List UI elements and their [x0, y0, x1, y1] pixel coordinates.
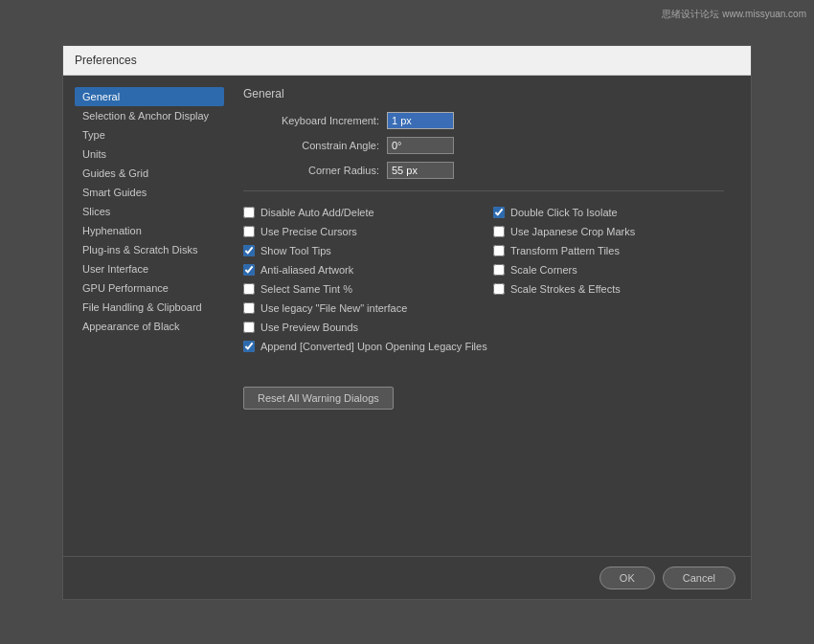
- checkbox-row-right-4: Scale Strokes & Effects: [493, 283, 724, 295]
- checkbox-label-right-4: Scale Strokes & Effects: [510, 283, 621, 295]
- checkbox-left-1[interactable]: [243, 226, 255, 237]
- checkbox-label-left-5: Use legacy "File New" interface: [260, 302, 407, 314]
- sidebar: GeneralSelection & Anchor DisplayTypeUni…: [75, 87, 228, 544]
- dialog-title: Preferences: [75, 54, 137, 67]
- sidebar-item-user-interface[interactable]: User Interface: [75, 259, 224, 278]
- checkbox-row-left-3: Anti-aliased Artwork: [243, 264, 474, 276]
- checkbox-row-right-1: Use Japanese Crop Marks: [493, 226, 724, 237]
- sidebar-item-selection--anchor-display[interactable]: Selection & Anchor Display: [75, 106, 224, 125]
- reset-all-warnings-button[interactable]: Reset All Warning Dialogs: [243, 387, 394, 410]
- keyboard-increment-label: Keyboard Increment:: [243, 115, 387, 126]
- checkbox-label-left-4: Select Same Tint %: [260, 283, 352, 295]
- sidebar-item-gpu-performance[interactable]: GPU Performance: [75, 278, 224, 298]
- checkbox-row-right-0: Double Click To Isolate: [493, 207, 724, 218]
- corner-radius-label: Corner Radius:: [243, 165, 387, 176]
- checkbox-row-left-2: Show Tool Tips: [243, 245, 474, 256]
- checkbox-label-right-1: Use Japanese Crop Marks: [510, 226, 635, 237]
- constrain-angle-row: Constrain Angle:: [243, 137, 724, 154]
- checkbox-row-left-4: Select Same Tint %: [243, 283, 474, 295]
- checkbox-label-left-6: Use Preview Bounds: [260, 322, 358, 333]
- watermark: 思绪设计论坛 www.missyuan.com: [662, 8, 806, 21]
- sidebar-item-guides--grid[interactable]: Guides & Grid: [75, 164, 224, 183]
- checkbox-label-right-3: Scale Corners: [510, 264, 577, 276]
- dialog-footer: OK Cancel: [63, 556, 751, 599]
- checkbox-label-left-3: Anti-aliased Artwork: [260, 264, 353, 276]
- corner-radius-input[interactable]: [387, 162, 454, 179]
- keyboard-increment-input[interactable]: [387, 112, 454, 129]
- checkbox-row-left-6: Use Preview Bounds: [243, 322, 474, 333]
- sidebar-item-file-handling--clipboard[interactable]: File Handling & Clipboard: [75, 298, 224, 317]
- checkbox-right-1[interactable]: [493, 226, 505, 237]
- checkbox-right-3[interactable]: [493, 264, 505, 276]
- checkbox-row-right-2: Transform Pattern Tiles: [493, 245, 724, 256]
- sidebar-item-type[interactable]: Type: [75, 125, 224, 144]
- checkbox-left-5[interactable]: [243, 302, 255, 314]
- checkbox-right-0[interactable]: [493, 207, 505, 218]
- checkbox-label-left-0: Disable Auto Add/Delete: [260, 207, 374, 218]
- sidebar-item-plug-ins--scratch-disks[interactable]: Plug-ins & Scratch Disks: [75, 240, 224, 259]
- sidebar-item-hyphenation[interactable]: Hyphenation: [75, 221, 224, 240]
- sidebar-item-slices[interactable]: Slices: [75, 202, 224, 221]
- checkbox-col-right: Double Click To IsolateUse Japanese Crop…: [493, 207, 724, 333]
- checkbox-row-right-3: Scale Corners: [493, 264, 724, 276]
- dialog-body: GeneralSelection & Anchor DisplayTypeUni…: [63, 76, 751, 556]
- checkbox-label-left-2: Show Tool Tips: [260, 245, 331, 256]
- dialog-title-bar: Preferences: [63, 46, 751, 76]
- checkbox-right-4[interactable]: [493, 283, 505, 295]
- sidebar-item-smart-guides[interactable]: Smart Guides: [75, 183, 224, 202]
- constrain-angle-input[interactable]: [387, 137, 454, 154]
- content-area: General Keyboard Increment: Constrain An…: [228, 87, 739, 544]
- append-checkbox-label: Append [Converted] Upon Opening Legacy F…: [260, 341, 487, 352]
- constrain-angle-label: Constrain Angle:: [243, 140, 387, 151]
- checkbox-left-6[interactable]: [243, 322, 255, 333]
- checkbox-right-2[interactable]: [493, 245, 505, 256]
- sidebar-item-general[interactable]: General: [75, 87, 224, 106]
- content-section-title: General: [243, 87, 724, 100]
- ok-button[interactable]: OK: [599, 566, 655, 589]
- cancel-button[interactable]: Cancel: [663, 566, 735, 589]
- append-checkbox[interactable]: [243, 341, 255, 352]
- checkbox-label-right-2: Transform Pattern Tiles: [510, 245, 620, 256]
- checkbox-left-2[interactable]: [243, 245, 255, 256]
- keyboard-increment-row: Keyboard Increment:: [243, 112, 724, 129]
- append-checkbox-row: Append [Converted] Upon Opening Legacy F…: [243, 341, 724, 352]
- preferences-dialog: Preferences GeneralSelection & Anchor Di…: [62, 45, 752, 600]
- checkbox-row-left-5: Use legacy "File New" interface: [243, 302, 474, 314]
- checkbox-left-0[interactable]: [243, 207, 255, 218]
- sidebar-item-appearance-of-black[interactable]: Appearance of Black: [75, 317, 224, 336]
- checkbox-row-left-1: Use Precise Cursors: [243, 226, 474, 237]
- checkbox-row-left-0: Disable Auto Add/Delete: [243, 207, 474, 218]
- checkbox-left-3[interactable]: [243, 264, 255, 276]
- checkbox-left-4[interactable]: [243, 283, 255, 295]
- sidebar-item-units[interactable]: Units: [75, 144, 224, 164]
- checkbox-label-left-1: Use Precise Cursors: [260, 226, 357, 237]
- checkbox-label-right-0: Double Click To Isolate: [510, 207, 618, 218]
- checkboxes-section: Disable Auto Add/DeleteUse Precise Curso…: [243, 207, 724, 333]
- checkbox-col-left: Disable Auto Add/DeleteUse Precise Curso…: [243, 207, 474, 333]
- corner-radius-row: Corner Radius:: [243, 162, 724, 179]
